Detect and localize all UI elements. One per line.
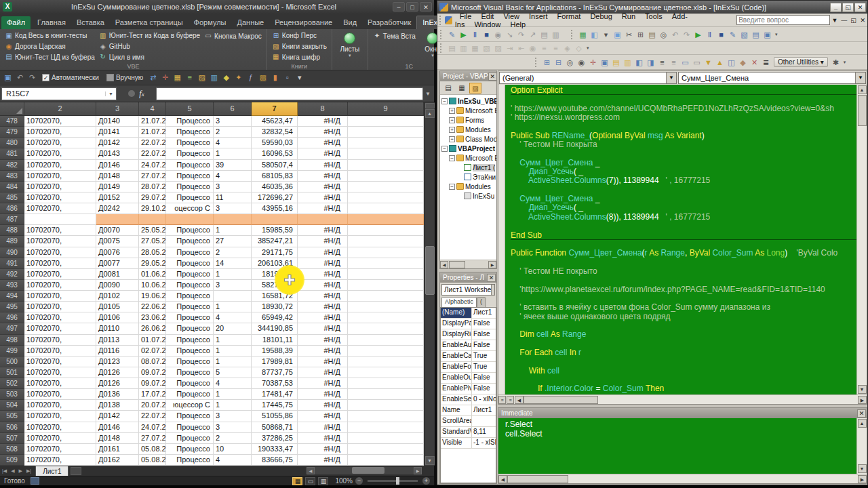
zoom-in-icon[interactable]: +	[422, 477, 430, 485]
cell[interactable]: Процессо	[166, 291, 214, 302]
ribbon-button[interactable]: ▥Юнит-Тест из Кода в буфере	[97, 30, 202, 41]
toolbar-grip[interactable]	[440, 30, 443, 39]
cell[interactable]: Д0148	[96, 433, 139, 444]
cell[interactable]: Процессо	[166, 444, 214, 455]
row-header-494[interactable]: 494	[0, 291, 24, 302]
cell[interactable]: 70387,53	[252, 378, 298, 389]
combo-dropdown-icon[interactable]: ▼	[855, 73, 865, 83]
property-value[interactable]: True	[472, 362, 496, 372]
properties-window-icon[interactable]: ▤	[750, 29, 762, 40]
toggle-breakpoint-icon[interactable]: ◉	[492, 29, 504, 40]
cell[interactable]: 4	[214, 171, 252, 182]
cell[interactable]	[298, 214, 348, 225]
find-pair-icon[interactable]: ◎	[564, 57, 576, 68]
column-header-4[interactable]: 4	[139, 102, 166, 116]
code-h-scrollbar[interactable]: ≡ ≡ ◀ ▶	[498, 394, 867, 404]
split-handle-icon[interactable]: ≡	[507, 396, 514, 404]
row-header-479[interactable]: 479	[0, 127, 24, 138]
property-value[interactable]: True	[472, 351, 496, 361]
cell[interactable]: 4	[214, 138, 252, 148]
cell[interactable]: 10702070,	[24, 171, 96, 182]
cell[interactable]: 08.07.2015	[139, 357, 166, 367]
cell[interactable]	[348, 138, 424, 148]
cell[interactable]: 10702070,	[24, 182, 96, 192]
step-out-icon[interactable]: ↗	[527, 29, 538, 40]
cell[interactable]: 1	[214, 269, 252, 280]
comment-block-icon[interactable]: ≡	[538, 43, 550, 54]
cell[interactable]: 28.07.2015	[139, 182, 166, 192]
cell[interactable]: Процессо	[166, 280, 214, 291]
property-value[interactable]: Лист1	[472, 308, 496, 318]
cell[interactable]	[166, 214, 214, 225]
cell[interactable]	[348, 367, 424, 378]
break-icon[interactable]: Ⅱ	[469, 29, 481, 40]
save-icon[interactable]: ▣	[3, 73, 13, 83]
cell[interactable]: 10702070,	[24, 269, 96, 280]
menu-run[interactable]: Run	[617, 11, 640, 22]
cell[interactable]: Процессо	[166, 116, 214, 127]
scroll-up-icon[interactable]: ▲	[858, 85, 867, 94]
combo-dropdown-icon[interactable]: ▼	[491, 285, 495, 295]
column-header-3[interactable]: 3	[96, 102, 139, 116]
cell[interactable]: Д0143	[96, 148, 139, 159]
run-icon[interactable]: ▶	[692, 29, 704, 40]
cell[interactable]: Процессо	[166, 171, 214, 182]
cell[interactable]: 10702070,	[24, 192, 96, 203]
property-row[interactable]: (Name)Лист1	[441, 308, 496, 319]
immediate-h-scrollbar[interactable]: ◀ ▶	[498, 474, 867, 483]
folder-icon[interactable]: ▨	[197, 73, 207, 83]
step-over-icon[interactable]: ↷	[515, 29, 527, 40]
cell[interactable]: #Н/Д	[298, 433, 348, 444]
cell[interactable]: 29.10.2015	[139, 203, 166, 214]
cell[interactable]	[348, 171, 424, 182]
view-excel-icon[interactable]: ▦	[577, 29, 589, 40]
row-header-490[interactable]: 490	[0, 247, 24, 258]
tab-вид[interactable]: Вид	[338, 16, 362, 29]
auto-calc-checkbox[interactable]: ✓Автоматически	[42, 74, 99, 81]
cell[interactable]: Д0136	[96, 389, 139, 400]
property-value[interactable]: False	[472, 384, 496, 394]
cell[interactable]: Д0152	[96, 192, 139, 203]
cell[interactable]: Д0142	[96, 411, 139, 422]
cell[interactable]: 24.07.2015	[139, 422, 166, 433]
lock-icon[interactable]: ▩	[258, 73, 268, 83]
manual-calc-checkbox[interactable]: Вручную	[106, 74, 143, 81]
cell[interactable]: 39	[214, 160, 252, 171]
nav-prev-sheet-icon[interactable]: ◀	[9, 468, 16, 474]
cell[interactable]: 25.05.2015	[139, 225, 166, 236]
row-header-499[interactable]: 499	[0, 346, 24, 357]
minimize-button[interactable]: –	[393, 2, 405, 12]
cell[interactable]: 10702070,	[24, 378, 96, 389]
cell[interactable]	[348, 148, 424, 159]
form-window2-icon[interactable]: ▥	[622, 57, 633, 68]
cell[interactable]	[348, 236, 424, 247]
property-row[interactable]: EnableCalTrue	[441, 351, 496, 362]
name-box-dropdown-icon[interactable]: ▼	[105, 92, 116, 96]
cell[interactable]: 17.07.2015	[139, 389, 166, 400]
window-split-icon[interactable]: ◧	[633, 57, 645, 68]
cell[interactable]	[348, 357, 424, 367]
cell[interactable]	[348, 411, 424, 422]
cell[interactable]: #Н/Д	[298, 411, 348, 422]
delete-history-icon[interactable]: ✕	[749, 57, 760, 68]
scrollbar-thumb[interactable]	[425, 246, 435, 295]
cell[interactable]: 10702070,	[24, 367, 96, 378]
tab-главная[interactable]: Главная	[32, 16, 71, 29]
cell[interactable]: #Н/Д	[298, 171, 348, 182]
scrollbar-split-handle[interactable]	[425, 103, 435, 108]
cell[interactable]	[348, 258, 424, 269]
redo-icon[interactable]: ↷	[27, 73, 37, 83]
list-properties-icon[interactable]: ▤	[446, 43, 458, 54]
cell[interactable]: 1	[214, 400, 252, 411]
tab-файл[interactable]: Файл	[1, 16, 31, 29]
cell[interactable]: 580507,4	[252, 160, 298, 171]
scroll-left-icon[interactable]: ◀	[440, 261, 448, 268]
complete-word-icon[interactable]: ▨	[492, 43, 504, 54]
cell[interactable]: 43955,16	[252, 203, 298, 214]
ribbon-button[interactable]: ⊞Конф Перс	[270, 30, 329, 41]
cell[interactable]: Процессо	[166, 335, 214, 346]
cell[interactable]: Процессо	[166, 138, 214, 148]
cell[interactable]: 1	[214, 225, 252, 236]
toolbar-options-icon[interactable]: ▾	[842, 60, 848, 65]
cell[interactable]: #Н/Д	[298, 148, 348, 159]
